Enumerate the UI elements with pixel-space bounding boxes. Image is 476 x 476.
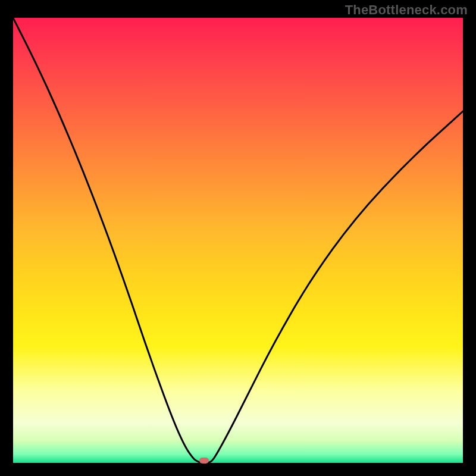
optimum-marker [199,458,209,464]
bottleneck-curve [13,18,463,463]
watermark-text: TheBottleneck.com [345,2,468,18]
chart-frame: TheBottleneck.com [0,0,476,476]
plot-area [13,18,463,463]
